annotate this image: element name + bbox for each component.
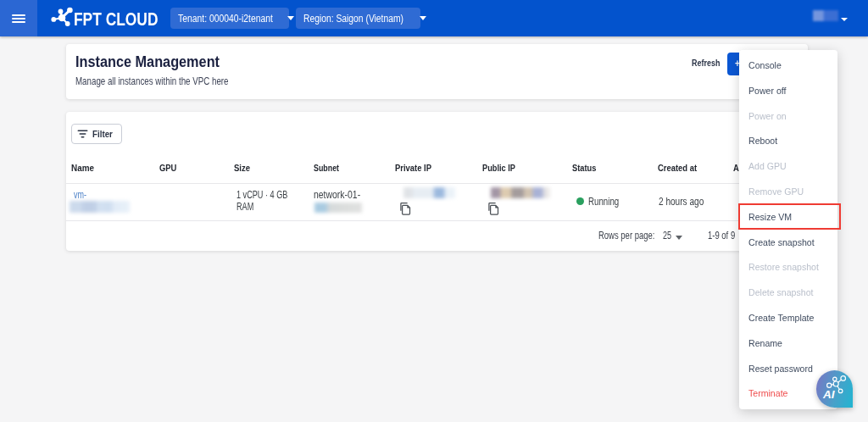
svg-text:AI: AI (822, 388, 835, 401)
